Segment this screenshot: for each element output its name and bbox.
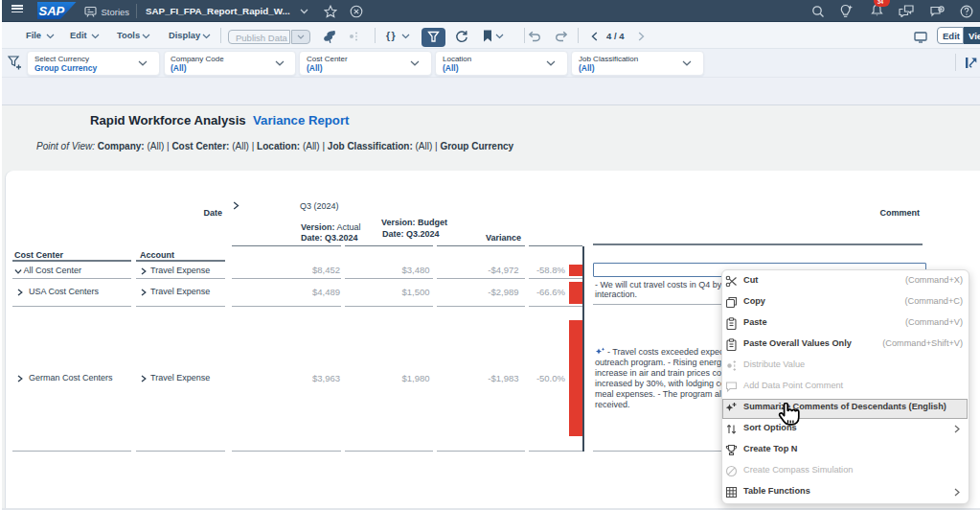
svg-text:SAP: SAP [38, 3, 64, 17]
